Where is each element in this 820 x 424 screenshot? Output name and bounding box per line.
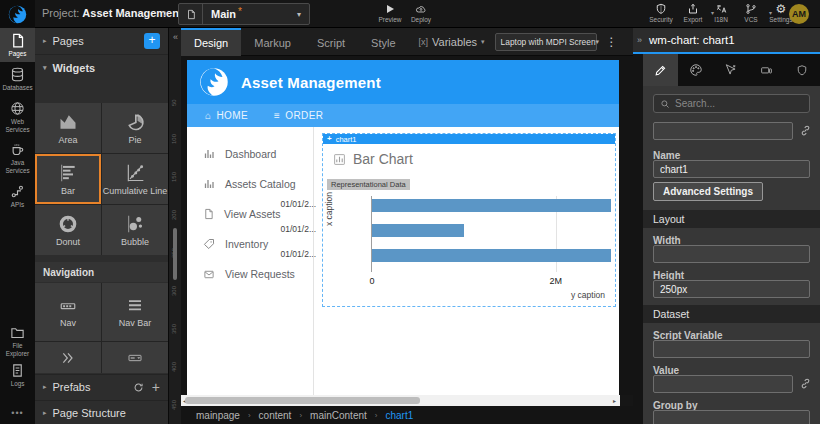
- properties-panel-header: » wm-chart: chart1: [633, 28, 820, 54]
- chevron-down-icon: ▾: [596, 38, 600, 46]
- tab-markup[interactable]: Markup: [241, 28, 304, 56]
- bind-link-icon[interactable]: [799, 124, 812, 137]
- breadcrumb-item-maincontent[interactable]: mainContent: [310, 410, 367, 421]
- rail-item-web-services[interactable]: Web Services: [0, 96, 35, 138]
- navigation-section-header: Navigation: [35, 262, 168, 282]
- name-input[interactable]: [653, 160, 810, 178]
- page-structure-label: Page Structure: [53, 407, 126, 419]
- widget-tile-cumulative-line[interactable]: Cumulative Line: [102, 154, 168, 204]
- project-name: Project: Asset Management: [42, 7, 183, 19]
- rail-item-java-services[interactable]: Java Services: [0, 137, 35, 179]
- tab-script[interactable]: Script: [304, 28, 358, 56]
- i18n-button[interactable]: I18N: [704, 3, 738, 27]
- ruler-tick: 300: [171, 286, 177, 296]
- rail-item-databases[interactable]: Databases: [0, 62, 35, 96]
- vcs-label: VCS: [744, 16, 757, 23]
- menu-item-view-requests[interactable]: View Requests: [187, 259, 313, 289]
- bar-chart-icon: [57, 163, 79, 183]
- breadcrumb-item-mainpage[interactable]: mainpage: [196, 410, 240, 421]
- widgets-header-label: Widgets: [53, 62, 96, 74]
- tab-style[interactable]: Style: [358, 28, 408, 56]
- app-preview-page: Asset Management ⌂ HOME ≡ ORDER Dashboar…: [187, 60, 619, 395]
- add-page-button[interactable]: +: [144, 33, 160, 49]
- chart-title: Bar Chart: [353, 151, 413, 167]
- bind-link-icon[interactable]: [799, 377, 812, 390]
- rail-item-apis[interactable]: APIs: [0, 179, 35, 213]
- height-input[interactable]: [653, 280, 810, 298]
- chart-bar[interactable]: [372, 224, 464, 237]
- nav-item-home[interactable]: ⌂ HOME: [205, 110, 248, 121]
- rail-label: Databases: [2, 84, 32, 92]
- branch-selector[interactable]: Main * ▾: [178, 3, 310, 25]
- modified-indicator: *: [238, 6, 242, 17]
- panel-scrollbar-thumb[interactable]: [173, 228, 177, 280]
- properties-search[interactable]: [653, 94, 810, 113]
- chart-bar[interactable]: [372, 199, 611, 212]
- navigation-widget-grid: Nav Nav Bar: [35, 283, 168, 373]
- tab-design[interactable]: Design: [181, 28, 241, 56]
- rail-item-pages[interactable]: Pages: [0, 28, 35, 62]
- variables-dropdown[interactable]: [x] Variables ▾: [419, 36, 485, 48]
- breadcrumb-item-content[interactable]: content: [259, 410, 292, 421]
- page-structure-section-header[interactable]: ▸ Page Structure: [35, 400, 168, 424]
- collapse-right-panel-icon[interactable]: »: [637, 35, 642, 45]
- refresh-icon[interactable]: [133, 382, 144, 393]
- deploy-button[interactable]: Deploy: [404, 3, 438, 27]
- chevron-right-icon: ›: [299, 411, 302, 420]
- value-input[interactable]: [653, 375, 793, 393]
- tab-styles[interactable]: [678, 54, 713, 86]
- tab-properties[interactable]: [643, 54, 678, 86]
- widget-tile-pie[interactable]: Pie: [102, 103, 168, 153]
- nav-item-order[interactable]: ≡ ORDER: [274, 110, 323, 121]
- tab-device[interactable]: [749, 54, 784, 86]
- menu-item-assets-catalog[interactable]: Assets Catalog: [187, 169, 313, 199]
- width-input[interactable]: [653, 245, 810, 263]
- scroll-right-icon[interactable]: ▸: [613, 397, 616, 404]
- widget-tile-nav[interactable]: Nav: [35, 283, 101, 341]
- bound-property-input[interactable]: [653, 122, 793, 140]
- widget-tile-breadcrumb[interactable]: [35, 342, 101, 373]
- add-prefab-icon[interactable]: +: [152, 381, 160, 393]
- breadcrumb-item-chart1[interactable]: chart1: [385, 410, 413, 421]
- tab-events[interactable]: [714, 54, 749, 86]
- chart-widget-chart1[interactable]: + chart1 Bar Chart Representational Data…: [322, 133, 616, 307]
- screen-size-select[interactable]: Laptop with MDPI Screen ▾: [495, 33, 597, 51]
- triangle-down-icon: ▾: [43, 64, 47, 72]
- user-avatar[interactable]: AM: [789, 4, 809, 24]
- preview-button[interactable]: Preview: [373, 3, 407, 27]
- pages-section-header[interactable]: ▸ Pages +: [35, 28, 168, 55]
- widget-tile-bubble[interactable]: Bubble: [102, 205, 168, 255]
- widget-tile-nav-bar[interactable]: Nav Bar: [102, 283, 168, 341]
- y-axis-caption: y caption: [571, 290, 605, 300]
- ruler-tick: 200: [171, 210, 177, 220]
- tab-security[interactable]: [785, 54, 820, 86]
- advanced-settings-button[interactable]: Advanced Settings: [653, 182, 763, 201]
- kebab-menu-icon[interactable]: ⋮: [606, 35, 618, 49]
- widget-tile-bar[interactable]: Bar: [35, 154, 101, 204]
- group-by-input[interactable]: [653, 410, 810, 424]
- rail-more-button[interactable]: •••: [0, 408, 35, 418]
- script-variable-input[interactable]: [653, 340, 810, 358]
- prefabs-section-header[interactable]: ▸ Prefabs +: [35, 374, 168, 399]
- widget-tile-select[interactable]: [102, 342, 168, 373]
- nav-item-label: ORDER: [285, 110, 323, 121]
- widgets-section-header[interactable]: ▾ Widgets: [35, 55, 168, 80]
- security-button[interactable]: Security: [644, 3, 678, 27]
- triangle-right-icon: ▸: [43, 409, 47, 417]
- widget-selection-bar[interactable]: + chart1: [323, 134, 615, 144]
- chart-bar[interactable]: [372, 249, 611, 262]
- coffee-cup-icon: [10, 142, 25, 157]
- cumulative-line-icon: [124, 163, 146, 183]
- tag-icon: [203, 238, 215, 250]
- rail-label: Pages: [9, 50, 27, 58]
- menu-item-dashboard[interactable]: Dashboard: [187, 139, 313, 169]
- vcs-button[interactable]: VCS ▾: [734, 3, 768, 27]
- rail-item-logs[interactable]: Logs: [0, 358, 35, 392]
- rail-item-file-explorer[interactable]: File Explorer: [0, 320, 35, 362]
- wavemaker-logo-icon[interactable]: [0, 0, 35, 28]
- widget-tile-donut[interactable]: Donut: [35, 205, 101, 255]
- widget-tile-area[interactable]: Area: [35, 103, 101, 153]
- properties-search-input[interactable]: [675, 98, 803, 109]
- canvas-horizontal-scrollbar[interactable]: ◂ ▸: [181, 395, 620, 406]
- horizontal-scrollbar-thumb[interactable]: [185, 397, 420, 404]
